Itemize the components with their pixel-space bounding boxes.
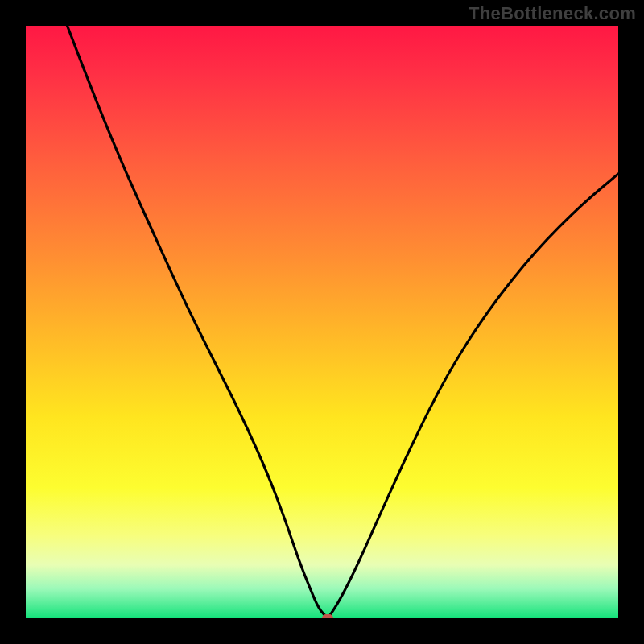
chart-frame: TheBottleneck.com xyxy=(0,0,644,644)
curve-left-branch xyxy=(68,26,328,618)
bottleneck-curve xyxy=(26,26,618,618)
bottleneck-marker-dot xyxy=(322,614,333,618)
watermark-text: TheBottleneck.com xyxy=(469,3,636,24)
curve-right-branch xyxy=(328,174,618,618)
plot-area xyxy=(26,26,618,618)
